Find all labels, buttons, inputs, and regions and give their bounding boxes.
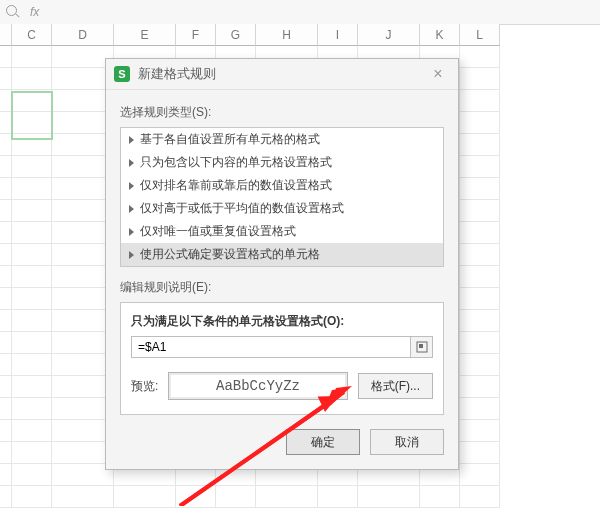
column-header-I[interactable]: I — [318, 24, 358, 46]
rule-type-label: 仅对排名靠前或靠后的数值设置格式 — [140, 177, 332, 194]
dialog-buttons: 确定 取消 — [120, 429, 444, 455]
column-header-J[interactable]: J — [358, 24, 420, 46]
rule-type-item[interactable]: 基于各自值设置所有单元格的格式 — [121, 128, 443, 151]
rule-type-item[interactable]: 仅对排名靠前或靠后的数值设置格式 — [121, 174, 443, 197]
caret-right-icon — [129, 136, 134, 144]
fx-label[interactable]: fx — [30, 5, 39, 19]
formula-bar: fx — [0, 0, 600, 25]
rule-type-label: 只为包含以下内容的单元格设置格式 — [140, 154, 332, 171]
caret-right-icon — [129, 228, 134, 236]
caret-right-icon — [129, 205, 134, 213]
caret-right-icon — [129, 251, 134, 259]
rule-type-item[interactable]: 只为包含以下内容的单元格设置格式 — [121, 151, 443, 174]
new-formatting-rule-dialog: S 新建格式规则 × 选择规则类型(S): 基于各自值设置所有单元格的格式只为包… — [105, 58, 459, 470]
rule-type-label: 使用公式确定要设置格式的单元格 — [140, 246, 320, 263]
preview-sample-box: AaBbCcYyZz — [168, 372, 347, 400]
format-button[interactable]: 格式(F)... — [358, 373, 433, 399]
rule-type-item[interactable]: 使用公式确定要设置格式的单元格 — [121, 243, 443, 266]
column-header-H[interactable]: H — [256, 24, 318, 46]
range-picker-icon[interactable] — [411, 336, 433, 358]
caret-right-icon — [129, 182, 134, 190]
select-rule-type-label: 选择规则类型(S): — [120, 104, 444, 121]
column-header-L[interactable]: L — [460, 24, 500, 46]
caret-right-icon — [129, 159, 134, 167]
column-header-C[interactable]: C — [12, 24, 52, 46]
column-header-E[interactable]: E — [114, 24, 176, 46]
column-header-K[interactable]: K — [420, 24, 460, 46]
column-header-F[interactable]: F — [176, 24, 216, 46]
edit-rule-desc-label: 编辑规则说明(E): — [120, 279, 444, 296]
column-headers: CDEFGHIJKL — [0, 24, 600, 46]
condition-label: 只为满足以下条件的单元格设置格式(O): — [131, 313, 433, 330]
app-icon: S — [114, 66, 130, 82]
rule-type-label: 仅对高于或低于平均值的数值设置格式 — [140, 200, 344, 217]
formula-input[interactable] — [131, 336, 411, 358]
rule-type-item[interactable]: 仅对高于或低于平均值的数值设置格式 — [121, 197, 443, 220]
dialog-title: 新建格式规则 — [138, 65, 426, 83]
dialog-titlebar: S 新建格式规则 × — [106, 59, 458, 90]
rule-description-box: 只为满足以下条件的单元格设置格式(O): 预览: AaBbCcYyZz 格式(F… — [120, 302, 444, 415]
rule-type-list[interactable]: 基于各自值设置所有单元格的格式只为包含以下内容的单元格设置格式仅对排名靠前或靠后… — [120, 127, 444, 267]
zoom-icon — [6, 5, 20, 19]
cancel-button[interactable]: 取消 — [370, 429, 444, 455]
rule-type-label: 仅对唯一值或重复值设置格式 — [140, 223, 296, 240]
column-header-D[interactable]: D — [52, 24, 114, 46]
ok-button[interactable]: 确定 — [286, 429, 360, 455]
rule-type-item[interactable]: 仅对唯一值或重复值设置格式 — [121, 220, 443, 243]
close-icon[interactable]: × — [426, 65, 450, 83]
column-header-G[interactable]: G — [216, 24, 256, 46]
preview-label: 预览: — [131, 378, 158, 395]
svg-rect-1 — [419, 344, 423, 348]
rule-type-label: 基于各自值设置所有单元格的格式 — [140, 131, 320, 148]
